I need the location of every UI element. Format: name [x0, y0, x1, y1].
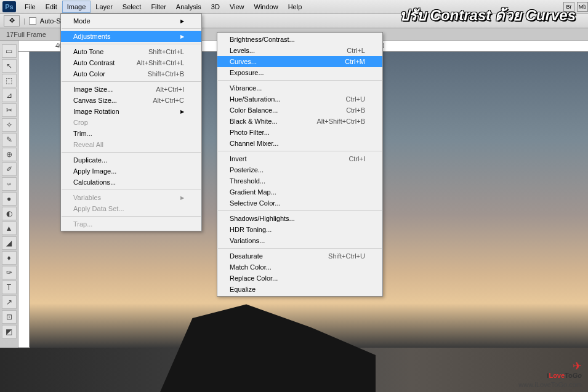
menu-help[interactable]: Help — [283, 1, 307, 13]
app-logo: Ps — [2, 1, 16, 12]
image-menu-item-reveal-all: Reveal All — [61, 139, 201, 150]
tool-12[interactable]: ▲ — [2, 222, 17, 235]
image-menu-separator — [62, 44, 201, 44]
menu-layer[interactable]: Layer — [91, 1, 118, 13]
adjustments-separator — [218, 151, 382, 151]
image-menu-item-auto-contrast[interactable]: Auto ContrastAlt+Shift+Ctrl+L — [61, 57, 201, 68]
tool-2[interactable]: ⬚ — [2, 74, 17, 87]
adjustments-item-channel-mixer[interactable]: Channel Mixer... — [217, 138, 382, 149]
tool-3[interactable]: ⊿ — [2, 89, 17, 102]
adjustments-item-vibrance[interactable]: Vibrance... — [217, 82, 382, 94]
adjustments-item-black-white[interactable]: Black & White...Alt+Shift+Ctrl+B — [217, 116, 382, 127]
menu-view[interactable]: View — [225, 1, 249, 13]
menu-edit[interactable]: Edit — [41, 1, 62, 13]
minibridge-button[interactable]: Mb — [577, 2, 588, 12]
tool-0[interactable]: ▭ — [2, 44, 17, 58]
tool-6[interactable]: ✎ — [2, 133, 17, 146]
adjustments-item-gradient-map[interactable]: Gradient Map... — [217, 186, 382, 198]
tool-4[interactable]: ✂ — [2, 103, 17, 117]
menu-window[interactable]: Window — [249, 1, 283, 13]
menu-3d[interactable]: 3D — [206, 1, 225, 13]
ruler-vertical — [18, 52, 30, 347]
image-menu-item-duplicate[interactable]: Duplicate... — [61, 154, 201, 166]
adjustments-item-hue-saturation[interactable]: Hue/Saturation...Ctrl+U — [217, 94, 382, 105]
tool-7[interactable]: ⊕ — [2, 148, 17, 161]
image-menu-dropdown: Mode▶Adjustments▶Auto ToneShift+Ctrl+LAu… — [60, 14, 202, 231]
tool-15[interactable]: ✑ — [2, 266, 17, 279]
image-menu-item-auto-color[interactable]: Auto ColorShift+Ctrl+B — [61, 68, 201, 79]
adjustments-submenu: Brightness/Contrast...Levels...Ctrl+LCur… — [217, 32, 383, 297]
image-menu-item-canvas-size[interactable]: Canvas Size...Alt+Ctrl+C — [61, 95, 201, 106]
menu-select[interactable]: Select — [118, 1, 147, 13]
menu-filter[interactable]: Filter — [146, 1, 171, 13]
adjustments-item-equalize[interactable]: Equalize — [217, 284, 382, 295]
adjustments-item-match-color[interactable]: Match Color... — [217, 262, 382, 273]
tool-14[interactable]: ♦ — [2, 251, 17, 265]
image-menu-separator — [62, 152, 201, 153]
image-menu-item-auto-tone[interactable]: Auto ToneShift+Ctrl+L — [61, 46, 201, 57]
adjustments-item-variations[interactable]: Variations... — [217, 235, 382, 246]
image-menu-item-variables: Variables▶ — [61, 192, 201, 203]
tool-19[interactable]: ◩ — [2, 325, 17, 338]
adjustments-item-desaturate[interactable]: DesaturateShift+Ctrl+U — [217, 250, 382, 262]
image-menu-item-crop: Crop — [61, 117, 201, 128]
adjustments-separator — [218, 248, 382, 249]
image-menu-item-trap: Trap... — [61, 218, 201, 230]
watermark-url: www.iLoveToGo.com — [518, 381, 582, 388]
adjustments-item-exposure[interactable]: Exposure... — [217, 67, 382, 78]
image-menu-separator — [62, 81, 201, 82]
adjustments-item-invert[interactable]: InvertCtrl+I — [217, 153, 382, 164]
image-menu-separator — [62, 28, 201, 29]
image-menu-item-image-rotation[interactable]: Image Rotation▶ — [61, 106, 201, 117]
image-menu-item-trim[interactable]: Trim... — [61, 128, 201, 139]
tool-10[interactable]: ● — [2, 192, 17, 206]
menu-image[interactable]: Image — [62, 1, 91, 13]
tool-9[interactable]: ⎃ — [2, 177, 17, 191]
move-tool-indicator[interactable]: ✥ — [4, 15, 20, 26]
tool-1[interactable]: ↖ — [2, 59, 17, 73]
image-menu-separator — [62, 216, 201, 217]
tool-8[interactable]: ✐ — [2, 162, 17, 176]
adjustments-item-threshold[interactable]: Threshold... — [217, 175, 382, 186]
brand-love: Love — [549, 372, 565, 379]
menu-analysis[interactable]: Analysis — [171, 1, 206, 13]
image-menu-item-apply-data-set: Apply Data Set... — [61, 203, 201, 214]
image-menu-item-calculations[interactable]: Calculations... — [61, 177, 201, 188]
tool-18[interactable]: ⊡ — [2, 310, 17, 324]
adjustments-item-posterize[interactable]: Posterize... — [217, 164, 382, 175]
image-menu-item-apply-image[interactable]: Apply Image... — [61, 166, 201, 177]
adjustments-item-curves[interactable]: Curves...Ctrl+M — [217, 56, 382, 67]
adjustments-item-photo-filter[interactable]: Photo Filter... — [217, 127, 382, 138]
adjustments-separator — [218, 80, 382, 81]
tool-5[interactable]: ✧ — [2, 118, 17, 132]
auto-select-checkbox[interactable] — [29, 17, 36, 25]
tools-panel: ▭↖⬚⊿✂✧✎⊕✐⎃●◐▲◢♦✑T↗⊡◩ — [0, 41, 18, 348]
adjustments-item-replace-color[interactable]: Replace Color... — [217, 273, 382, 284]
photoshop-window: Ps FileEditImageLayerSelectFilterAnalysi… — [0, 0, 588, 348]
adjustments-item-color-balance[interactable]: Color Balance...Ctrl+B — [217, 105, 382, 116]
image-menu-separator — [62, 190, 201, 190]
tutorial-title-overlay: ปรับ Contrast ด้วย Curves — [400, 3, 576, 27]
tool-17[interactable]: ↗ — [2, 295, 17, 309]
adjustments-item-shadows-highlights[interactable]: Shadows/Highlights... — [217, 213, 382, 224]
plane-icon: ✈ — [573, 359, 582, 373]
image-menu-item-image-size[interactable]: Image Size...Alt+Ctrl+I — [61, 84, 201, 95]
image-menu-item-adjustments[interactable]: Adjustments▶ — [61, 31, 201, 42]
tool-11[interactable]: ◐ — [2, 207, 17, 220]
brand-to: To — [565, 372, 573, 379]
adjustments-item-hdr-toning[interactable]: HDR Toning... — [217, 224, 382, 235]
tool-13[interactable]: ◢ — [2, 236, 17, 250]
menu-file[interactable]: File — [20, 1, 41, 13]
adjustments-item-levels[interactable]: Levels...Ctrl+L — [217, 45, 382, 56]
adjustments-item-selective-color[interactable]: Selective Color... — [217, 198, 382, 209]
adjustments-item-brightness-contrast[interactable]: Brightness/Contrast... — [217, 34, 382, 45]
adjustments-separator — [218, 210, 382, 211]
tool-16[interactable]: T — [2, 281, 17, 294]
image-menu-item-mode[interactable]: Mode▶ — [61, 15, 201, 26]
watermark: ✈ iLoveToGo www.iLoveToGo.com — [518, 367, 582, 388]
